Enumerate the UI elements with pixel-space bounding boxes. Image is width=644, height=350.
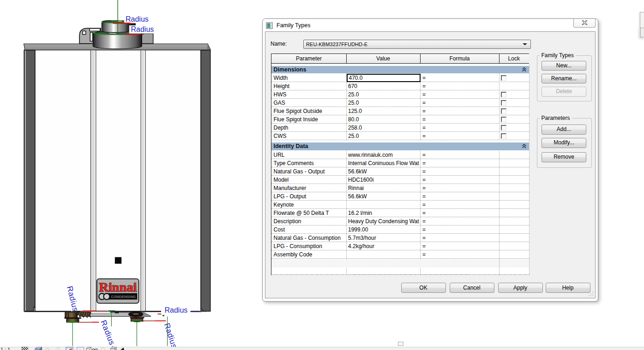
svg-text:CONDENSING: CONDENSING [111, 295, 136, 299]
svg-text:Rinnai: Rinnai [99, 280, 137, 294]
svg-text:Radius: Radius [165, 306, 188, 314]
svg-text:Radius: Radius [131, 25, 154, 33]
svg-text:Radius: Radius [99, 319, 116, 347]
svg-text:Radius: Radius [126, 15, 149, 23]
